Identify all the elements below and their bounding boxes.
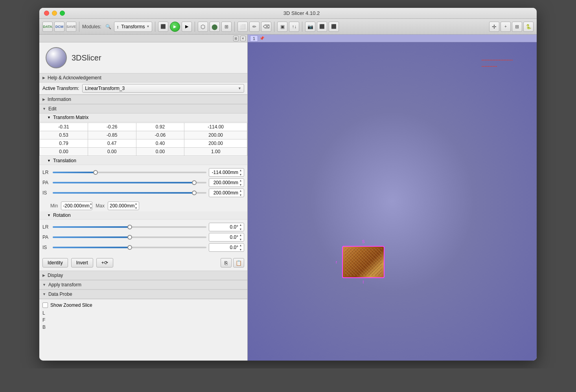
display-section-header[interactable]: ▶ Display — [39, 271, 247, 280]
go-icon: ▶ — [173, 24, 177, 29]
translation-pa-value-box[interactable]: 200.000mm ▲ ▼ — [209, 178, 244, 187]
apply-transform-section-header[interactable]: ▼ Apply transform — [39, 280, 247, 289]
translation-is-up-icon[interactable]: ▲ — [238, 189, 243, 193]
translation-is-value-box[interactable]: 200.000mm ▲ ▼ — [209, 189, 244, 197]
rotation-pa-slider[interactable] — [53, 236, 206, 238]
rotation-pa-down-icon[interactable]: ▼ — [238, 237, 243, 242]
translation-pa-down-icon[interactable]: ▼ — [238, 183, 243, 187]
min-input[interactable]: -200.000mm ▲ ▼ — [61, 201, 92, 210]
data-probe-section-header[interactable]: ▼ Data Probe — [39, 289, 247, 299]
translation-pa-spinner[interactable]: ▲ ▼ — [238, 178, 243, 187]
go-button[interactable]: ▶ — [170, 22, 180, 32]
save-icon-label: SAVE — [66, 25, 76, 29]
rotation-is-spinner[interactable]: ▲ ▼ — [238, 243, 243, 252]
translation-is-slider[interactable] — [53, 192, 206, 194]
translation-lr-down-icon[interactable]: ▼ — [238, 172, 243, 177]
plus-rotate-button[interactable]: +⟳ — [96, 258, 113, 267]
translation-lr-spinner[interactable]: ▲ ▼ — [238, 168, 243, 177]
cube-icon-btn[interactable]: ⬡ — [198, 22, 208, 32]
copy-button[interactable]: ⎘ — [221, 258, 232, 267]
data-icon[interactable]: DATA — [42, 22, 53, 32]
rotation-is-down-icon[interactable]: ▼ — [238, 247, 243, 252]
rotation-lr-slider[interactable] — [53, 226, 206, 228]
rotation-lr-up-icon[interactable]: ▲ — [238, 223, 243, 227]
help-section-header[interactable]: ▶ Help & Acknowledgement — [39, 73, 247, 82]
transforms-icon: ↕ — [117, 24, 119, 29]
record-icon-btn[interactable]: ⬛ — [317, 22, 327, 32]
dcm-icon[interactable]: DCM — [54, 22, 64, 32]
active-transform-select[interactable]: LinearTransform_3 ▼ — [82, 84, 244, 93]
panel-close-button[interactable]: ✕ — [240, 36, 246, 41]
grid-icon-btn[interactable]: ⊞ — [221, 22, 232, 32]
panel-scroll-area[interactable]: 3DSlicer ▶ Help & Acknowledgement Active… — [39, 42, 247, 361]
maximize-button[interactable] — [60, 11, 65, 16]
history-back-button[interactable]: ⬛ — [158, 22, 168, 32]
max-label: Max — [96, 203, 105, 209]
grid-icon: ⊞ — [225, 24, 228, 29]
translation-is-spinner[interactable]: ▲ ▼ — [238, 189, 243, 197]
eraser-icon-btn[interactable]: ⌫ — [261, 22, 271, 32]
rotation-pa-spinner[interactable]: ▲ ▼ — [238, 233, 243, 242]
paste-button[interactable]: 📋 — [233, 258, 244, 267]
display-icon-btn[interactable]: ⬜ — [237, 22, 248, 32]
crosshair-icon-btn[interactable]: ✛ — [489, 22, 499, 32]
rotation-is-up-icon[interactable]: ▲ — [238, 243, 243, 247]
min-spinner[interactable]: ▲ ▼ — [90, 201, 92, 210]
max-up-icon[interactable]: ▲ — [134, 201, 137, 206]
arrow-icon-btn[interactable]: ↑↓ — [289, 22, 299, 32]
data-probe-triangle-icon: ▼ — [42, 292, 46, 296]
max-spinner[interactable]: ▲ ▼ — [134, 201, 137, 210]
panel-pin-button[interactable]: ⊠ — [233, 36, 239, 41]
capture-icon-btn[interactable]: 📷 — [305, 22, 315, 32]
scene-icon-btn[interactable]: ⬛ — [329, 22, 339, 32]
translation-pa-label: PA — [42, 180, 50, 185]
python-icon-btn[interactable]: 🐍 — [523, 22, 534, 32]
min-down-icon[interactable]: ▼ — [90, 206, 92, 210]
save-icon[interactable]: SAVE — [66, 22, 76, 32]
window-icon-btn[interactable]: ▣ — [277, 22, 287, 32]
translation-is-label: IS — [42, 190, 50, 196]
rotation-lr-value-box[interactable]: 0.0° ▲ ▼ — [209, 223, 244, 231]
module-search-button[interactable]: 🔍 — [105, 23, 112, 31]
max-input[interactable]: 200.000mm ▲ ▼ — [108, 201, 139, 210]
matrix-cell: 0.00 — [40, 148, 88, 156]
matrix-triangle-icon: ▼ — [47, 115, 51, 119]
translation-lr-value-box[interactable]: -114.000mm ▲ ▼ — [209, 168, 244, 177]
transform-matrix-header[interactable]: ▼ Transform Matrix — [39, 114, 247, 122]
translation-lr-up-icon[interactable]: ▲ — [238, 168, 243, 172]
history-forward-button[interactable]: ▶ — [182, 22, 192, 32]
information-section-header[interactable]: ▶ Information — [39, 95, 247, 104]
identity-button[interactable]: Identity — [42, 258, 68, 267]
rotation-is-value-box[interactable]: 0.0° ▲ ▼ — [209, 243, 244, 252]
3d-viewport[interactable]: S I r — [248, 42, 537, 361]
view-pin-icon[interactable]: 📌 — [259, 36, 264, 40]
scatter-dot — [496, 60, 497, 60]
view-tab-1[interactable]: 1 — [250, 35, 258, 42]
minimize-button[interactable] — [52, 11, 57, 16]
sphere-icon-btn[interactable]: ⬤ — [210, 22, 220, 32]
rotation-section-header[interactable]: ▼ Rotation — [39, 211, 247, 220]
plus-icon-btn[interactable]: + — [501, 22, 511, 32]
modules-dropdown[interactable]: ↕ Transforms ▼ — [114, 22, 153, 32]
matrix-cell: 0.40 — [136, 139, 184, 148]
rotation-pa-value-box[interactable]: 0.0° ▲ ▼ — [209, 233, 244, 242]
rotation-lr-down-icon[interactable]: ▼ — [238, 227, 243, 231]
min-up-icon[interactable]: ▲ — [90, 201, 92, 206]
translation-is-down-icon[interactable]: ▼ — [238, 193, 243, 197]
rotation-pa-up-icon[interactable]: ▲ — [238, 233, 243, 237]
pen-icon-btn[interactable]: ✏ — [249, 22, 259, 32]
translation-pa-up-icon[interactable]: ▲ — [238, 178, 243, 183]
rotation-lr-spinner[interactable]: ▲ ▼ — [238, 223, 243, 231]
close-button[interactable] — [44, 11, 49, 16]
rotation-is-slider[interactable] — [53, 247, 206, 248]
help-section-label: Help & Acknowledgement — [48, 75, 101, 81]
extensions-icon-btn[interactable]: ⊞ — [512, 22, 522, 32]
edit-section-header[interactable]: ▼ Edit — [39, 104, 247, 114]
show-zoomed-checkbox[interactable] — [42, 302, 48, 308]
translation-lr-value: -114.000mm — [212, 170, 238, 175]
max-down-icon[interactable]: ▼ — [134, 206, 137, 210]
invert-button[interactable]: Invert — [71, 258, 93, 267]
translation-lr-slider[interactable] — [53, 172, 206, 173]
translation-section-header[interactable]: ▼ Translation — [39, 157, 247, 165]
translation-pa-slider[interactable] — [53, 182, 206, 183]
